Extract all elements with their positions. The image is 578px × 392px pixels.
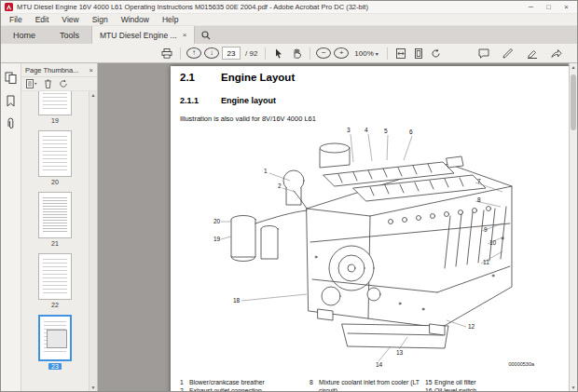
validity-note: Illustration is also valid for 8V/16V 40… [180,115,570,123]
thumbnail-figure-preview [47,330,67,348]
thumbnail-page-19[interactable]: 19 [38,91,72,124]
comment-icon[interactable] [476,46,491,61]
attachments-icon[interactable] [5,117,18,130]
scroll-down-icon[interactable]: ▼ [571,385,576,390]
thumbnail-page-23[interactable]: 23 [38,315,72,370]
select-tool-icon[interactable] [271,46,286,61]
menu-edit[interactable]: Edit [29,14,56,25]
legend-item: 1 Blower/crankcase breather [180,378,310,386]
figure-callout: 4 [365,128,368,134]
zoom-out-icon[interactable]: − [316,47,331,59]
main-area: Page Thumbna... × 19 [1,63,577,391]
thumbnail-page-number: 22 [48,302,62,308]
section-title: Engine Layout [221,72,295,83]
legend-column-1: 1 Blower/crankcase breather 2 Exhaust ou… [180,378,310,391]
acrobat-app-icon [5,3,13,11]
scroll-up-icon[interactable]: ▲ [91,92,96,98]
window-title: MTU Diesel Engine 16V 4000 L61 Operating… [17,3,522,11]
fit-width-icon[interactable] [393,46,408,61]
document-tab-close-icon[interactable]: × [183,31,187,39]
panel-close-icon[interactable]: × [89,66,93,74]
pdf-page: 2.1 Engine Layout 2.1.1 Engine layout Il… [171,66,570,391]
menu-help[interactable]: Help [156,14,185,25]
scrollbar-thumb[interactable] [571,74,576,130]
page-thumbnails-icon[interactable] [5,71,18,84]
figure-callout: 6 [409,129,413,136]
figure-id: 00000530a [508,361,534,367]
figure-callout: 14 [376,362,382,369]
bookmarks-icon[interactable] [5,94,18,107]
scroll-up-icon[interactable]: ▲ [571,64,576,70]
legend-number: 15 [425,378,434,386]
fit-page-icon[interactable] [411,46,426,61]
thumbnail-image [38,253,72,300]
thumbnail-image [38,315,72,361]
document-scrollbar[interactable]: ▲ ▼ [569,63,577,391]
scroll-down-icon[interactable]: ▼ [91,385,96,390]
thumbnail-content-lines [43,259,67,294]
thumbnail-options-icon[interactable] [26,79,37,88]
figure-callout: 5 [384,128,388,135]
thumbnail-page-number: 21 [48,240,62,247]
thumbnail-page-number: 23 [48,363,62,370]
maximize-icon[interactable]: □ [540,1,557,13]
zoom-in-icon[interactable]: + [334,47,349,59]
rotate-view-icon[interactable] [429,46,444,61]
thumbnail-image [38,192,72,238]
highlight-icon[interactable] [525,46,540,61]
menu-file[interactable]: File [3,14,29,25]
thumbnail-page-number: 20 [48,179,62,185]
thumbnail-page-22[interactable]: 22 [38,253,72,308]
title-bar: MTU Diesel Engine 16V 4000 L61 Operating… [1,1,577,14]
rotate-page-icon[interactable] [59,79,68,88]
menu-sign[interactable]: Sign [86,14,115,25]
share-icon[interactable] [549,46,564,61]
legend-text: Oil level switch [434,386,565,391]
subsection-heading: 2.1.1 Engine layout [180,96,570,105]
thumbnail-content-lines [43,91,67,110]
print-icon[interactable] [159,46,174,61]
legend-column-2: 8 Mixture coolant inlet from cooler (LT … [310,378,425,391]
close-icon[interactable]: × [557,1,575,13]
hand-tool-icon[interactable] [289,46,304,61]
thumbnail-page-20[interactable]: 20 [38,130,72,185]
toolbar-separator [310,47,310,60]
next-page-icon[interactable]: ↓ [204,47,219,59]
legend-item: 15 Engine oil filter [425,378,565,386]
legend-column-3: 15 Engine oil filter 16 Oil level switch… [425,378,565,391]
thumbnail-list-area: 19 20 21 22 [21,91,97,391]
figure-callout: 9 [484,227,488,234]
legend-number: 1 [180,378,189,386]
toolbar-right-group [476,46,564,61]
legend-text: Blower/crankcase breather [189,378,310,386]
panel-toolbar [21,77,97,91]
menu-bar: File Edit View Sign Window Help [1,14,577,26]
legend-item: 2 Exhaust outlet connection [180,386,310,391]
previous-page-icon[interactable]: ↑ [186,47,201,59]
search-icon[interactable] [195,26,217,44]
legend-item: 16 Oil level switch [425,386,565,391]
tab-document[interactable]: MTU Diesel Engine ... × [91,26,195,44]
subsection-number: 2.1.1 [180,96,221,105]
fill-sign-icon[interactable] [501,46,516,61]
tab-home[interactable]: Home [1,26,48,44]
engine-figure: 1 2 3 4 5 6 7 8 9 10 11 12 13 14 [213,127,534,376]
minimize-icon[interactable]: ─ [522,1,540,13]
menu-view[interactable]: View [55,14,85,25]
figure-legend: 1 Blower/crankcase breather 2 Exhaust ou… [180,378,570,391]
legend-text: Mixture coolant inlet from cooler (LT ci… [319,378,425,391]
zoom-level-value: 100% [354,49,373,58]
menu-window[interactable]: Window [115,14,156,25]
thumbnail-content-lines [43,136,67,171]
window-controls: ─ □ × [522,1,575,13]
delete-page-icon[interactable] [44,79,52,88]
page-number-input[interactable] [222,47,241,60]
thumbnail-page-21[interactable]: 21 [38,192,72,247]
zoom-level-dropdown[interactable]: 100% ▾ [351,49,380,58]
legend-number: 16 [425,386,434,391]
page-thumbnails-panel: Page Thumbna... × 19 [21,63,98,391]
tab-tools[interactable]: Tools [48,26,91,44]
page-content: 2.1 Engine Layout 2.1.1 Engine layout Il… [171,66,570,391]
figure-callout: 18 [233,298,240,304]
panel-scrollbar[interactable]: ▲ ▼ [89,91,97,391]
